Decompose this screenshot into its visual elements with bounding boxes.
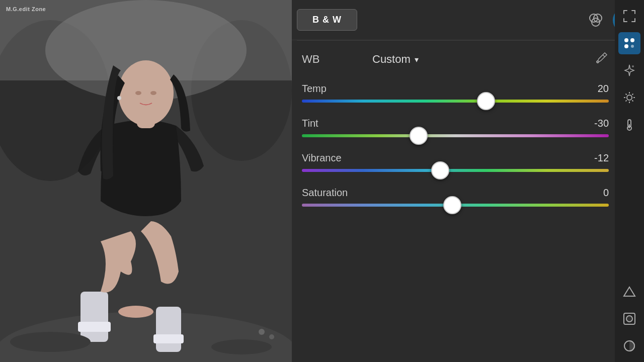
- vibrance-label: Vibrance: [302, 152, 342, 164]
- eyedropper-icon: [595, 51, 609, 65]
- wb-row: WB Custom ▾: [302, 51, 609, 68]
- svg-line-25: [603, 55, 605, 57]
- svg-point-27: [624, 38, 628, 42]
- wb-dropdown[interactable]: Custom ▾: [372, 53, 419, 66]
- temp-thumb[interactable]: [477, 92, 495, 110]
- svg-point-29: [624, 44, 628, 48]
- photo-background: M.G.edit Zone: [0, 0, 292, 362]
- saturation-thumb[interactable]: [443, 196, 461, 214]
- svg-point-14: [150, 91, 156, 95]
- sun-icon: [623, 91, 636, 104]
- svg-line-38: [632, 100, 633, 101]
- svg-point-16: [10, 332, 91, 352]
- mixer-button[interactable]: [583, 7, 609, 33]
- watermark-text: M.G.edit Zone: [6, 6, 46, 12]
- wb-preset-text: Custom: [372, 53, 411, 66]
- saturation-value: 0: [603, 187, 609, 199]
- sun-icon-button[interactable]: [618, 86, 640, 109]
- lens-icon: [623, 339, 636, 352]
- enhance-icon-button[interactable]: [618, 59, 640, 81]
- tint-slider-row: Tint -30: [302, 118, 609, 137]
- svg-point-15: [117, 96, 121, 100]
- svg-point-30: [631, 45, 634, 48]
- temp-label: Temp: [302, 83, 327, 95]
- svg-rect-9: [156, 307, 181, 352]
- lens-icon-button[interactable]: [618, 335, 640, 357]
- triangle-icon: [623, 285, 636, 298]
- chevron-down-icon: ▾: [415, 55, 419, 64]
- mesh-icon: [623, 37, 636, 50]
- svg-point-31: [632, 65, 634, 67]
- vignette-icon-button[interactable]: [618, 308, 640, 330]
- vibrance-slider-row: Vibrance -12: [302, 152, 609, 172]
- svg-point-6: [118, 306, 153, 318]
- eyedropper-button[interactable]: [595, 51, 609, 68]
- svg-point-28: [630, 38, 634, 42]
- svg-rect-43: [629, 124, 630, 128]
- svg-point-19: [269, 334, 274, 339]
- svg-rect-10: [153, 334, 184, 343]
- vibrance-track[interactable]: [302, 169, 609, 172]
- saturation-track[interactable]: [302, 204, 609, 207]
- tint-thumb[interactable]: [410, 127, 428, 145]
- thermometer-icon: [623, 118, 636, 131]
- svg-rect-8: [78, 322, 111, 332]
- vibrance-value: -12: [594, 152, 609, 164]
- wb-label: WB: [302, 53, 342, 66]
- svg-line-37: [626, 94, 627, 95]
- tint-slider-header: Tint -30: [302, 118, 609, 129]
- temp-slider-row: Temp 20: [302, 83, 609, 103]
- photo-panel: M.G.edit Zone: [0, 0, 292, 362]
- bw-button[interactable]: B & W: [297, 9, 357, 31]
- right-icons-panel: [615, 0, 644, 362]
- svg-point-18: [259, 329, 265, 335]
- vibrance-thumb[interactable]: [431, 161, 449, 179]
- top-toolbar: B & W: [292, 0, 644, 40]
- tint-label: Tint: [302, 118, 318, 129]
- svg-point-12: [118, 60, 174, 126]
- svg-point-13: [135, 91, 141, 95]
- controls-area: WB Custom ▾ Temp 20: [292, 41, 644, 362]
- vibrance-slider-header: Vibrance -12: [302, 152, 609, 164]
- resize-icon-button[interactable]: [618, 5, 640, 27]
- svg-point-44: [628, 127, 629, 128]
- svg-point-17: [211, 339, 272, 354]
- saturation-label: Saturation: [302, 187, 348, 199]
- svg-point-26: [597, 61, 599, 63]
- right-panel: B & W: [292, 0, 644, 362]
- svg-line-40: [626, 100, 627, 101]
- circles-icon: [588, 13, 603, 28]
- svg-point-32: [627, 95, 632, 100]
- temp-slider-header: Temp 20: [302, 83, 609, 95]
- svg-line-39: [632, 94, 633, 95]
- tint-value: -30: [594, 118, 609, 129]
- triangle-icon-button[interactable]: [618, 281, 640, 303]
- mesh-icon-button[interactable]: [618, 32, 640, 54]
- sparkle-icon: [623, 64, 636, 77]
- saturation-slider-row: Saturation 0: [302, 187, 609, 207]
- tint-track[interactable]: [302, 134, 609, 137]
- svg-point-46: [626, 316, 632, 322]
- svg-rect-7: [80, 292, 108, 342]
- temp-value: 20: [598, 83, 609, 95]
- vignette-icon: [623, 312, 636, 325]
- thermometer-icon-button[interactable]: [618, 114, 640, 136]
- resize-icon: [623, 10, 636, 23]
- temp-track[interactable]: [302, 100, 609, 103]
